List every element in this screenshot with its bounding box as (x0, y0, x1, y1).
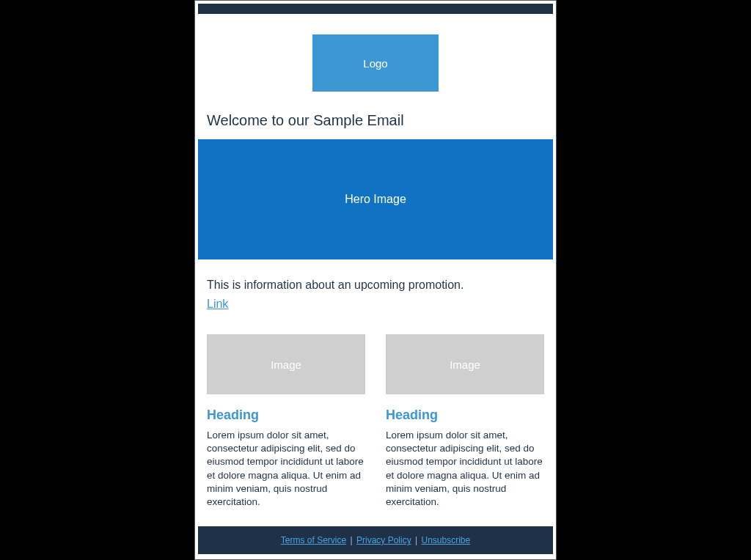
footer-unsubscribe-link[interactable]: Unsubscribe (421, 535, 470, 545)
welcome-heading: Welcome to our Sample Email (195, 112, 556, 139)
column-body-text: Lorem ipsum dolor sit amet, consectetur … (386, 429, 544, 509)
footer-separator: | (411, 535, 422, 545)
column-image-placeholder: Image (207, 334, 365, 394)
email-template: Logo Welcome to our Sample Email Hero Im… (194, 0, 557, 560)
footer-privacy-link[interactable]: Privacy Policy (356, 535, 411, 545)
email-header: Logo (195, 14, 556, 112)
column-heading: Heading (207, 408, 365, 423)
promo-text: This is information about an upcoming pr… (195, 259, 556, 295)
column-left: Image Heading Lorem ipsum dolor sit amet… (207, 334, 365, 509)
column-image-placeholder: Image (386, 334, 544, 394)
footer-terms-link[interactable]: Terms of Service (281, 535, 346, 545)
email-footer: Terms of Service | Privacy Policy | Unsu… (198, 526, 553, 554)
hero-image-placeholder: Hero Image (198, 139, 553, 259)
column-heading: Heading (386, 408, 544, 423)
column-body-text: Lorem ipsum dolor sit amet, consectetur … (207, 429, 365, 509)
top-accent-bar (198, 4, 553, 14)
column-right: Image Heading Lorem ipsum dolor sit amet… (386, 334, 544, 509)
promo-link-row: Link (195, 295, 556, 317)
footer-separator: | (346, 535, 356, 545)
promo-link[interactable]: Link (207, 298, 228, 310)
two-column-row: Image Heading Lorem ipsum dolor sit amet… (195, 317, 556, 515)
logo-placeholder: Logo (312, 34, 439, 92)
